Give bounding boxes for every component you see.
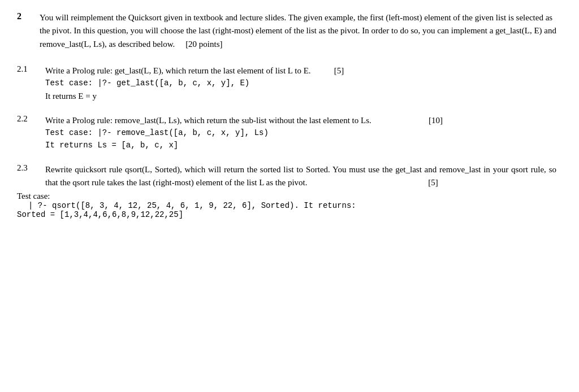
sub-question-23-block: 2.3 Rewrite quicksort rule qsort(L, Sort… (17, 163, 556, 220)
sub-22-row: 2.2 Write a Prolog rule: remove_last(L, … (17, 114, 556, 152)
sub-22-line1: Write a Prolog rule: remove_last(L, Ls),… (45, 114, 556, 127)
question-2-content: You will reimplement the Quicksort given… (40, 11, 556, 51)
sub-21-row: 2.1 Write a Prolog rule: get_last(L, E),… (17, 64, 556, 103)
sub-21-line3: It returns E = y (45, 90, 556, 103)
sub-question-21-block: 2.1 Write a Prolog rule: get_last(L, E),… (17, 64, 556, 103)
sub-21-content: Write a Prolog rule: get_last(L, E), whi… (45, 64, 556, 103)
sub-23-testcase-label: Test case: (17, 191, 556, 201)
sub-22-content: Write a Prolog rule: remove_last(L, Ls),… (45, 114, 556, 152)
question-2-text: You will reimplement the Quicksort given… (40, 13, 556, 49)
sub-question-22-block: 2.2 Write a Prolog rule: remove_last(L, … (17, 114, 556, 152)
sub-23-content: Rewrite quicksort rule qsort(L, Sorted),… (45, 163, 556, 190)
sub-23-testcase-line2: Sorted = [1,3,4,4,6,6,8,9,12,22,25] (17, 210, 556, 219)
sub-23-row: 2.3 Rewrite quicksort rule qsort(L, Sort… (17, 163, 556, 190)
sub-22-line3: It returns Ls = [a, b, c, x] (45, 140, 556, 152)
sub-23-number: 2.3 (17, 163, 45, 190)
sub-22-line2: Test case: |?- remove_last([a, b, c, x, … (45, 127, 556, 140)
sub-22-number: 2.2 (17, 114, 45, 152)
sub-23-testcase-line1: | ?- qsort([8, 3, 4, 12, 25, 4, 6, 1, 9,… (17, 201, 556, 210)
sub-21-number: 2.1 (17, 64, 45, 103)
sub-21-line1: Write a Prolog rule: get_last(L, E), whi… (45, 64, 556, 77)
question-2-block: 2 You will reimplement the Quicksort giv… (17, 11, 556, 51)
sub-23-testcase-block: Test case: | ?- qsort([8, 3, 4, 12, 25, … (17, 191, 556, 219)
sub-23-line1: Rewrite quicksort rule qsort(L, Sorted),… (45, 163, 556, 190)
sub-21-line2: Test case: |?- get_last([a, b, c, x, y],… (45, 77, 556, 90)
question-2-number: 2 (17, 11, 40, 51)
